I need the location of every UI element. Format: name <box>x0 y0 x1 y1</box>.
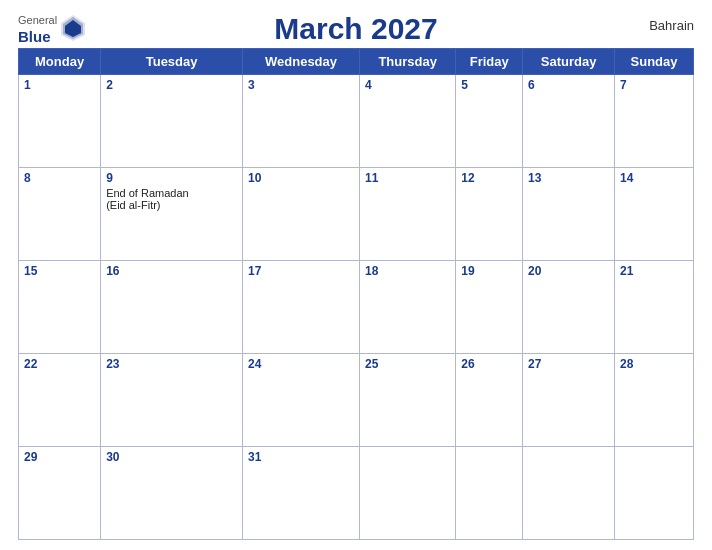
week-row-1: 1 2 3 4 5 6 7 <box>19 75 694 168</box>
col-tuesday: Tuesday <box>101 49 243 75</box>
col-saturday: Saturday <box>523 49 615 75</box>
day-16: 16 <box>101 261 243 354</box>
logo-blue-text: Blue <box>18 28 51 45</box>
col-thursday: Thursday <box>359 49 455 75</box>
day-5: 5 <box>456 75 523 168</box>
day-23: 23 <box>101 354 243 447</box>
day-22: 22 <box>19 354 101 447</box>
day-12: 12 <box>456 168 523 261</box>
day-20: 20 <box>523 261 615 354</box>
day-24: 24 <box>243 354 360 447</box>
day-8: 8 <box>19 168 101 261</box>
day-empty-1 <box>359 447 455 540</box>
day-1: 1 <box>19 75 101 168</box>
week-row-3: 15 16 17 18 19 20 21 <box>19 261 694 354</box>
day-30: 30 <box>101 447 243 540</box>
day-29: 29 <box>19 447 101 540</box>
day-31: 31 <box>243 447 360 540</box>
day-6: 6 <box>523 75 615 168</box>
col-sunday: Sunday <box>615 49 694 75</box>
week-row-2: 8 9 End of Ramadan(Eid al-Fitr) 10 11 12… <box>19 168 694 261</box>
day-27: 27 <box>523 354 615 447</box>
day-11: 11 <box>359 168 455 261</box>
calendar-table: Monday Tuesday Wednesday Thursday Friday… <box>18 48 694 540</box>
day-21: 21 <box>615 261 694 354</box>
day-3: 3 <box>243 75 360 168</box>
logo: General Blue <box>18 10 87 46</box>
col-friday: Friday <box>456 49 523 75</box>
day-empty-3 <box>523 447 615 540</box>
day-10: 10 <box>243 168 360 261</box>
day-28: 28 <box>615 354 694 447</box>
calendar-title: March 2027 <box>274 12 437 46</box>
day-9: 9 End of Ramadan(Eid al-Fitr) <box>101 168 243 261</box>
calendar-header: General Blue March 2027 Bahrain <box>18 10 694 46</box>
day-4: 4 <box>359 75 455 168</box>
days-of-week-row: Monday Tuesday Wednesday Thursday Friday… <box>19 49 694 75</box>
day-2: 2 <box>101 75 243 168</box>
day-15: 15 <box>19 261 101 354</box>
logo-icon <box>59 13 87 43</box>
day-empty-4 <box>615 447 694 540</box>
col-monday: Monday <box>19 49 101 75</box>
day-empty-2 <box>456 447 523 540</box>
week-row-5: 29 30 31 <box>19 447 694 540</box>
week-row-4: 22 23 24 25 26 27 28 <box>19 354 694 447</box>
day-26: 26 <box>456 354 523 447</box>
col-wednesday: Wednesday <box>243 49 360 75</box>
day-18: 18 <box>359 261 455 354</box>
country-label: Bahrain <box>649 18 694 33</box>
day-13: 13 <box>523 168 615 261</box>
day-14: 14 <box>615 168 694 261</box>
day-19: 19 <box>456 261 523 354</box>
day-25: 25 <box>359 354 455 447</box>
day-7: 7 <box>615 75 694 168</box>
logo-general-text: General <box>18 14 57 26</box>
day-17: 17 <box>243 261 360 354</box>
